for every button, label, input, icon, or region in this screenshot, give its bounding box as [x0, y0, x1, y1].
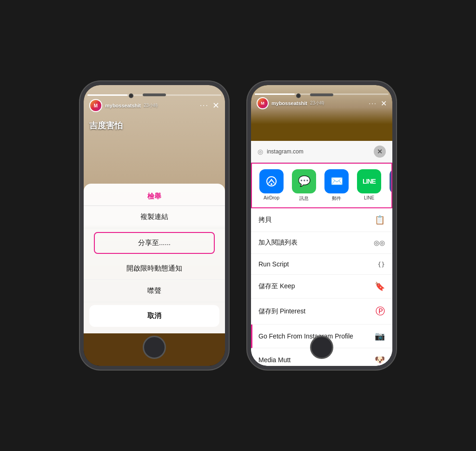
bookmark-icon: 🔖 [375, 281, 385, 292]
copy-link-item[interactable]: 複製連結 [84, 206, 225, 228]
pinterest-text: 儲存到 Pinterest [258, 307, 305, 316]
vol-down-btn-2 [247, 171, 248, 190]
camera [129, 93, 133, 98]
messages-label: 訊息 [299, 195, 309, 202]
home-button[interactable] [143, 336, 166, 359]
more-options-icon-2[interactable]: ··· [369, 99, 377, 107]
app-line[interactable]: LINE LINE [355, 169, 383, 202]
avatar-2: M [257, 97, 269, 109]
run-script-text: Run Script [258, 260, 289, 268]
run-script-item[interactable]: Run Script {} [251, 254, 392, 275]
pinterest-item[interactable]: 儲存到 Pinterest Ⓟ [251, 298, 392, 325]
app-mail[interactable]: ✉️ 郵件 [323, 169, 350, 202]
story-time-2: 23小時 [310, 100, 324, 106]
compass-icon: ◎ [258, 148, 263, 155]
close-x-icon: ✕ [377, 148, 383, 155]
phone-2: M mybosseatshit 23小時 ··· ✕ ◎ instagram.c… [247, 81, 396, 370]
app-messages[interactable]: 💬 訊息 [290, 169, 318, 202]
reading-list-item[interactable]: 加入閱讀列表 ◎◎ [251, 232, 392, 254]
reading-list-text: 加入閱讀列表 [258, 239, 298, 247]
pinterest-icon: Ⓟ [376, 305, 385, 318]
airdrop-label: AirDrop [264, 195, 279, 200]
sheet-title: 檢舉 [84, 187, 225, 206]
glasses-icon: ◎◎ [374, 239, 385, 246]
story-title: 吉度害怕 [89, 120, 123, 131]
phone-1: M mybosseatshit 23小時 ··· ✕ 吉度害怕 檢舉 複製連結 … [80, 81, 229, 370]
avatar: M [89, 99, 102, 112]
app-icons-row: AirDrop 💬 訊息 ✉️ 郵件 [251, 163, 392, 208]
speaker [143, 93, 166, 96]
cancel-item[interactable]: 取消 [89, 305, 219, 327]
keep-item[interactable]: 儲存至 Keep 🔖 [251, 275, 392, 298]
story-username: mybosseatshit [105, 103, 141, 108]
vol-down-btn [80, 171, 81, 190]
share-sheet: ◎ instagram.com ✕ [251, 141, 392, 366]
phones-container: M mybosseatshit 23小時 ··· ✕ 吉度害怕 檢舉 複製連結 … [66, 67, 410, 384]
notification-item[interactable]: 開啟限時動態通知 [84, 258, 225, 280]
messages-icon: 💬 [292, 169, 316, 193]
close-icon[interactable]: ✕ [212, 100, 219, 111]
phone-2-screen: M mybosseatshit 23小時 ··· ✕ ◎ instagram.c… [251, 85, 392, 366]
speaker-2 [310, 93, 333, 96]
share-close-button[interactable]: ✕ [374, 146, 386, 158]
copy-item[interactable]: 拷貝 📋 [251, 208, 392, 232]
keep-text: 儲存至 Keep [258, 282, 295, 291]
dog-icon: 🐶 [375, 355, 385, 365]
app-airdrop[interactable]: AirDrop [258, 169, 285, 202]
phone-1-screen: M mybosseatshit 23小時 ··· ✕ 吉度害怕 檢舉 複製連結 … [84, 85, 225, 366]
copy-icon: 📋 [375, 215, 385, 225]
copy-text: 拷貝 [258, 216, 271, 224]
story-header-2: M mybosseatshit 23小時 ··· ✕ [251, 97, 392, 109]
script-icon: {} [377, 261, 385, 268]
line-label: LINE [364, 195, 374, 200]
story-header: M mybosseatshit 23小時 ··· ✕ [84, 99, 225, 112]
line-icon: LINE [357, 169, 381, 193]
camera-icon: 📷 [375, 331, 385, 341]
app-fa[interactable]: f Fa [388, 169, 392, 202]
power-btn [228, 159, 229, 187]
story-time: 23小時 [144, 102, 158, 109]
story-progress-fill-2 [255, 93, 295, 95]
power-btn-2 [395, 159, 396, 187]
more-options-icon[interactable]: ··· [200, 101, 209, 110]
share-url: instagram.com [267, 148, 370, 155]
mute-item[interactable]: 噤聲 [84, 280, 225, 302]
share-item[interactable]: 分享至...... [94, 232, 215, 254]
mail-icon: ✉️ [324, 169, 349, 193]
mail-label: 郵件 [332, 195, 341, 202]
camera-2 [296, 93, 301, 98]
close-icon-2[interactable]: ✕ [381, 99, 387, 108]
facebook-icon: f [390, 169, 392, 193]
story-progress-fill [87, 94, 127, 96]
share-item-wrapper: 分享至...... [84, 228, 225, 258]
svg-point-1 [271, 183, 272, 185]
home-button-2[interactable] [310, 336, 333, 359]
go-fetch-text: Go Fetch From Instagram Profile [258, 332, 353, 340]
airdrop-icon [259, 169, 284, 193]
share-header: ◎ instagram.com ✕ [251, 141, 392, 163]
vol-up-btn [80, 146, 81, 164]
vol-up-btn-2 [247, 146, 248, 164]
media-mutt-text: Media Mutt [258, 356, 291, 364]
bottom-sheet: 檢舉 複製連結 分享至...... 開啟限時動態通知 噤聲 取消 [84, 184, 225, 333]
story-username-2: mybosseatshit [271, 100, 307, 106]
